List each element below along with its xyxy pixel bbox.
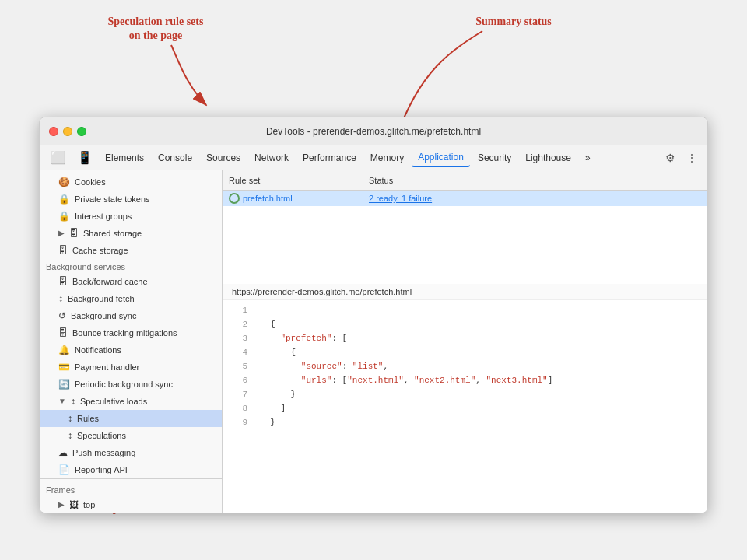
bounce-icon: 🗄 (58, 326, 68, 340)
sidebar-item-back-forward-cache[interactable]: 🗄 Back/forward cache (40, 273, 222, 290)
toolbar-icon-inspect[interactable]: ⬜ (46, 147, 71, 168)
cookies-icon: 🍪 (58, 175, 70, 189)
code-content: 1 2 { 3 "prefetch": [ 4 { (223, 303, 707, 429)
sidebar: 🍪 Cookies 🔒 Private state tokens 🔒 Inter… (40, 170, 223, 513)
background-services-header: Background services (40, 259, 222, 273)
speculative-loads-icon: ↕ (71, 394, 75, 408)
col-header-status: Status (369, 176, 701, 185)
more-options-icon[interactable]: ⋮ (682, 149, 701, 167)
maximize-button[interactable] (77, 127, 86, 136)
svg-text:Summary status: Summary status (475, 16, 552, 27)
traffic-lights (49, 127, 86, 136)
svg-text:on the page: on the page (129, 30, 182, 41)
code-line-1: 1 (223, 303, 707, 317)
shared-storage-icon: 🗄 (69, 226, 79, 240)
minimize-button[interactable] (63, 127, 72, 136)
code-line-9: 9 } (223, 415, 707, 429)
status-cell[interactable]: 2 ready, 1 failure (369, 194, 701, 203)
code-line-7: 7 } (223, 387, 707, 401)
code-line-8: 8 ] (223, 401, 707, 415)
title-bar: DevTools - prerender-demos.glitch.me/pre… (40, 117, 707, 145)
code-line-4: 4 { (223, 345, 707, 359)
frames-section: Frames ▶ 🖼 top (40, 478, 222, 513)
code-line-5: 5 "source": "list", (223, 359, 707, 373)
status-indicator (229, 193, 240, 204)
code-line-2: 2 { (223, 317, 707, 331)
table-header: Rule set Status (223, 170, 707, 191)
window-title: DevTools - prerender-demos.glitch.me/pre… (266, 126, 481, 137)
table-spacer (223, 206, 707, 284)
sidebar-item-periodic-sync[interactable]: 🔄 Periodic background sync (40, 376, 222, 393)
devtools-toolbar: ⬜ 📱 Elements Console Sources Network Per… (40, 145, 707, 170)
speculations-icon: ↕ (68, 429, 72, 443)
tab-memory[interactable]: Memory (364, 149, 410, 166)
periodic-sync-icon: 🔄 (58, 377, 70, 391)
settings-icon[interactable]: ⚙ (661, 149, 679, 167)
main-layout: 🍪 Cookies 🔒 Private state tokens 🔒 Inter… (40, 170, 707, 513)
tab-more[interactable]: » (579, 149, 597, 166)
tab-performance[interactable]: Performance (296, 149, 363, 166)
tab-console[interactable]: Console (152, 149, 198, 166)
private-state-icon: 🔒 (58, 192, 70, 206)
ruleset-link[interactable]: prefetch.html (243, 194, 293, 203)
close-button[interactable] (49, 127, 58, 136)
rules-icon: ↕ (68, 411, 72, 425)
payment-icon: 💳 (58, 360, 70, 374)
cache-icon: 🗄 (58, 243, 68, 257)
reporting-icon: 📄 (58, 463, 70, 477)
tab-sources[interactable]: Sources (200, 149, 247, 166)
sidebar-item-interest-groups[interactable]: 🔒 Interest groups (40, 208, 222, 225)
tab-lighthouse[interactable]: Lighthouse (519, 149, 577, 166)
speculative-expand-icon: ▼ (58, 394, 66, 408)
sidebar-item-top-frame[interactable]: ▶ 🖼 top (40, 496, 222, 513)
tab-application[interactable]: Application (412, 149, 470, 167)
expand-icon: ▶ (58, 226, 65, 240)
sidebar-item-bounce-tracking[interactable]: 🗄 Bounce tracking mitigations (40, 324, 222, 341)
notifications-icon: 🔔 (58, 343, 70, 357)
tab-network[interactable]: Network (248, 149, 295, 166)
toolbar-icon-device[interactable]: 📱 (72, 147, 97, 168)
sidebar-item-speculations[interactable]: ↕ Speculations (40, 427, 222, 444)
content-area: Rule set Status prefetch.html 2 ready, 1… (223, 170, 707, 513)
table-row[interactable]: prefetch.html 2 ready, 1 failure (223, 191, 707, 206)
svg-text:Speculation rule sets: Speculation rule sets (108, 16, 204, 27)
sidebar-item-background-sync[interactable]: ↺ Background sync (40, 307, 222, 324)
sidebar-item-speculative-loads[interactable]: ▼ ↕ Speculative loads (40, 393, 222, 410)
col-header-ruleset: Rule set (229, 176, 369, 185)
sidebar-item-background-fetch[interactable]: ↕ Background fetch (40, 290, 222, 307)
frame-icon: 🖼 (69, 498, 79, 512)
frame-expand-icon: ▶ (58, 498, 65, 512)
ruleset-cell: prefetch.html (229, 193, 369, 204)
sidebar-item-cache-storage[interactable]: 🗄 Cache storage (40, 242, 222, 259)
sidebar-item-notifications[interactable]: 🔔 Notifications (40, 341, 222, 359)
interest-icon: 🔒 (58, 209, 70, 223)
tab-security[interactable]: Security (472, 149, 517, 166)
bg-sync-icon: ↺ (58, 309, 66, 323)
sidebar-item-private-state-tokens[interactable]: 🔒 Private state tokens (40, 191, 222, 208)
sidebar-item-reporting-api[interactable]: 📄 Reporting API (40, 461, 222, 478)
sidebar-item-payment-handler[interactable]: 💳 Payment handler (40, 359, 222, 376)
frames-header: Frames (40, 482, 222, 496)
sidebar-item-cookies[interactable]: 🍪 Cookies (40, 173, 222, 191)
sidebar-item-push-messaging[interactable]: ☁ Push messaging (40, 444, 222, 461)
bg-fetch-icon: ↕ (58, 292, 63, 306)
url-bar: https://prerender-demos.glitch.me/prefet… (223, 284, 707, 300)
code-line-3: 3 "prefetch": [ (223, 331, 707, 345)
push-icon: ☁ (58, 446, 68, 460)
tab-elements[interactable]: Elements (99, 149, 150, 166)
browser-window: DevTools - prerender-demos.glitch.me/pre… (39, 117, 708, 513)
code-area: 1 2 { 3 "prefetch": [ 4 { (223, 300, 707, 513)
sidebar-item-rules[interactable]: ↕ Rules (40, 410, 222, 427)
code-line-6: 6 "urls": ["next.html", "next2.html", "n… (223, 373, 707, 387)
bf-cache-icon: 🗄 (58, 275, 68, 289)
sidebar-item-shared-storage[interactable]: ▶ 🗄 Shared storage (40, 225, 222, 242)
